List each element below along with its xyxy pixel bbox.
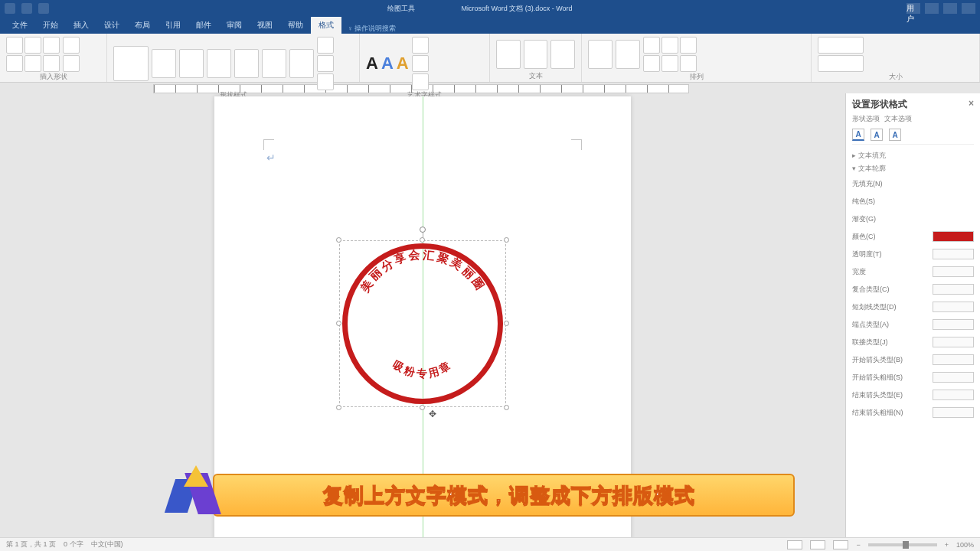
tab-mailings[interactable]: 邮件 <box>188 17 219 34</box>
text-box-icon[interactable] <box>63 55 80 72</box>
begin-arrow-size[interactable] <box>933 372 974 383</box>
view-read-icon[interactable] <box>787 540 802 549</box>
paragraph-mark-icon: ↵ <box>266 152 276 164</box>
shape-style-preset-7[interactable] <box>289 49 314 78</box>
join-type-select[interactable] <box>933 337 974 347</box>
minimize-icon[interactable] <box>925 3 939 14</box>
position-button[interactable] <box>588 40 612 69</box>
tab-file[interactable]: 文件 <box>5 17 35 34</box>
dash-type-select[interactable] <box>933 302 974 312</box>
pane-category-layout-icon[interactable]: A <box>889 129 901 141</box>
section-text-outline[interactable]: 文本轮廓 <box>852 164 974 174</box>
tab-design[interactable]: 设计 <box>96 17 127 34</box>
shape-style-preset-1[interactable] <box>113 46 149 81</box>
pane-close-icon[interactable]: × <box>969 98 974 109</box>
end-arrow-size[interactable] <box>933 407 974 418</box>
shape-style-preset-3[interactable] <box>179 49 204 78</box>
tab-insert[interactable]: 插入 <box>66 17 96 34</box>
cap-type-select[interactable] <box>933 319 974 330</box>
selection-pane-button[interactable] <box>680 37 697 54</box>
align-text-button[interactable] <box>524 40 548 69</box>
text-direction-button[interactable] <box>496 40 521 69</box>
close-icon[interactable] <box>962 3 975 14</box>
tab-review[interactable]: 审阅 <box>219 17 250 34</box>
zoom-level[interactable]: 100% <box>956 541 974 549</box>
wrap-text-button[interactable] <box>616 40 640 69</box>
status-bar: 第 1 页，共 1 页 0 个字 中文(中国) − + 100% <box>0 537 980 551</box>
text-fill-button[interactable] <box>412 37 429 54</box>
caption-text: 复制上方文字模式，调整成下方排版模式 <box>323 482 695 509</box>
rotate-button[interactable] <box>680 55 697 72</box>
stamp-bottom-text: 吸粉专用章 <box>391 358 455 380</box>
zoom-slider[interactable] <box>868 543 937 546</box>
align-button[interactable] <box>643 55 660 72</box>
edit-shape-icon[interactable] <box>63 37 80 54</box>
maximize-icon[interactable] <box>943 3 957 14</box>
bring-forward-button[interactable] <box>643 37 660 54</box>
shape-outline-button[interactable] <box>317 55 334 72</box>
ribbon: 插入形状 形状样式 A A A <box>0 34 980 83</box>
shape-line-icon[interactable] <box>24 37 41 54</box>
opt-gradient[interactable]: 渐变(G) <box>852 214 876 224</box>
format-shape-pane: 设置形状格式× 形状选项 文本选项 A A A 文本填充 文本轮廓 无填充(N)… <box>845 93 980 537</box>
section-text-fill[interactable]: 文本填充 <box>852 151 974 161</box>
wordart-style-3[interactable]: A <box>397 54 409 73</box>
zoom-out-icon[interactable]: − <box>856 541 860 549</box>
tab-format[interactable]: 格式 <box>311 17 341 34</box>
rotate-handle[interactable] <box>420 227 426 233</box>
tab-references[interactable]: 引用 <box>158 17 188 34</box>
zoom-in-icon[interactable]: + <box>945 541 949 549</box>
pane-tab-text-options[interactable]: 文本选项 <box>884 114 912 124</box>
shape-height-input[interactable] <box>818 37 864 54</box>
margin-corner-tl <box>263 139 274 150</box>
opt-solid[interactable]: 纯色(S) <box>852 197 875 207</box>
begin-arrow-type[interactable] <box>933 354 974 365</box>
shape-rect-icon[interactable] <box>6 37 23 54</box>
redo-icon[interactable] <box>38 3 49 14</box>
shape-oval-icon[interactable] <box>43 37 60 54</box>
send-backward-button[interactable] <box>662 37 678 54</box>
create-link-button[interactable] <box>550 40 575 69</box>
tab-view[interactable]: 视图 <box>250 17 280 34</box>
status-page[interactable]: 第 1 页，共 1 页 <box>6 540 56 549</box>
undo-icon[interactable] <box>21 3 32 14</box>
save-icon[interactable] <box>5 3 15 14</box>
document-title: Microsoft Word 文档 (3).docx - Word <box>461 4 572 14</box>
wordart-style-2[interactable]: A <box>381 54 394 73</box>
transparency-input[interactable] <box>933 249 974 259</box>
shape-style-preset-5[interactable] <box>234 49 259 78</box>
tab-home[interactable]: 开始 <box>35 17 66 34</box>
pane-tab-shape-options[interactable]: 形状选项 <box>852 114 880 124</box>
text-effects-button[interactable] <box>412 73 429 90</box>
view-print-icon[interactable] <box>810 540 825 549</box>
group-button[interactable] <box>662 55 678 72</box>
stamp-text-wrap: 美丽分享会汇聚美丽圈 吸粉专用章 <box>339 240 506 407</box>
group-arrange: 排列 <box>588 72 805 81</box>
shape-style-preset-2[interactable] <box>152 49 176 78</box>
shape-effects-button[interactable] <box>317 73 334 90</box>
user-label[interactable]: 用户 <box>906 3 920 14</box>
wordart-style-1[interactable]: A <box>366 54 378 73</box>
color-picker[interactable] <box>933 231 974 242</box>
selected-shape[interactable]: ✥ 美丽分享会汇聚美丽圈 吸粉专用章 <box>339 240 506 407</box>
tab-layout[interactable]: 布局 <box>127 17 158 34</box>
status-words[interactable]: 0 个字 <box>64 540 83 549</box>
shape-fill-button[interactable] <box>317 37 334 54</box>
shape-style-preset-6[interactable] <box>262 49 286 78</box>
shape-width-input[interactable] <box>818 55 864 72</box>
tab-help[interactable]: 帮助 <box>280 17 311 34</box>
status-language[interactable]: 中文(中国) <box>91 540 123 549</box>
opt-no-fill[interactable]: 无填充(N) <box>852 179 883 189</box>
shape-style-preset-4[interactable] <box>207 49 231 78</box>
tell-me-search[interactable]: ♀ 操作说明搜索 <box>348 24 396 34</box>
shape-more-icon[interactable] <box>43 55 60 72</box>
shape-textbox-icon[interactable] <box>24 55 41 72</box>
width-input[interactable] <box>933 266 974 277</box>
view-web-icon[interactable] <box>833 540 848 549</box>
pane-category-fill-icon[interactable]: A <box>852 129 864 141</box>
compound-type-select[interactable] <box>933 284 974 295</box>
text-outline-button[interactable] <box>412 55 429 72</box>
shape-arrow-icon[interactable] <box>6 55 23 72</box>
pane-category-effects-icon[interactable]: A <box>871 129 883 141</box>
end-arrow-type[interactable] <box>933 390 974 400</box>
